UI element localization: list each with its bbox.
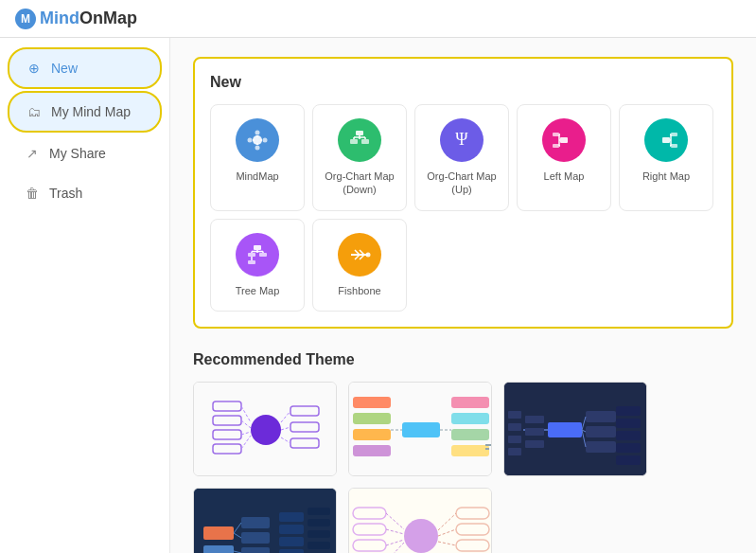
svg-rect-17 bbox=[560, 137, 568, 143]
new-section-title: New bbox=[210, 74, 716, 91]
sidebar-item-trash-label: Trash bbox=[49, 186, 82, 201]
svg-rect-24 bbox=[662, 137, 670, 143]
map-item-org-up[interactable]: Ψ Org-Chart Map (Up) bbox=[414, 104, 509, 211]
svg-rect-70 bbox=[451, 429, 489, 440]
fishbone-icon bbox=[338, 233, 381, 276]
svg-rect-102 bbox=[241, 547, 270, 553]
logo-icon: M bbox=[15, 9, 36, 29]
org-down-label: Org-Chart Map(Down) bbox=[325, 169, 394, 197]
svg-rect-63 bbox=[402, 422, 440, 437]
svg-point-4 bbox=[263, 138, 268, 143]
left-map-icon bbox=[542, 118, 586, 162]
sidebar: ⊕ New 🗂 My Mind Map ↗ My Share 🗑 Trash bbox=[0, 38, 170, 553]
svg-rect-100 bbox=[241, 517, 270, 528]
svg-point-3 bbox=[248, 138, 253, 143]
svg-rect-81 bbox=[616, 406, 641, 416]
svg-rect-65 bbox=[353, 413, 391, 424]
svg-rect-19 bbox=[553, 144, 559, 148]
new-section: New bbox=[193, 57, 733, 329]
app-layout: ⊕ New 🗂 My Mind Map ↗ My Share 🗑 Trash N… bbox=[0, 38, 756, 553]
svg-rect-106 bbox=[279, 549, 304, 553]
sidebar-item-trash[interactable]: 🗑 Trash bbox=[8, 174, 162, 212]
svg-rect-69 bbox=[451, 413, 489, 424]
right-map-icon bbox=[644, 118, 688, 162]
svg-rect-32 bbox=[248, 253, 255, 257]
svg-rect-95 bbox=[525, 428, 544, 436]
svg-rect-94 bbox=[525, 416, 544, 423]
svg-point-45 bbox=[366, 252, 371, 257]
org-down-icon bbox=[338, 118, 381, 162]
svg-rect-98 bbox=[203, 526, 234, 540]
svg-rect-91 bbox=[508, 423, 521, 431]
svg-rect-31 bbox=[254, 245, 261, 250]
logo[interactable]: M MindOnMap bbox=[15, 9, 137, 29]
theme-item-2[interactable] bbox=[348, 382, 492, 476]
sidebar-item-my-share-label: My Share bbox=[49, 146, 106, 161]
theme-grid bbox=[193, 382, 733, 553]
svg-point-117 bbox=[404, 519, 438, 553]
svg-rect-103 bbox=[279, 512, 304, 522]
map-item-mindmap[interactable]: MindMap bbox=[210, 104, 305, 211]
svg-rect-78 bbox=[586, 411, 616, 422]
svg-rect-99 bbox=[203, 545, 234, 553]
logo-text: MindOnMap bbox=[40, 9, 137, 28]
svg-rect-25 bbox=[671, 133, 677, 136]
svg-rect-107 bbox=[308, 508, 330, 515]
svg-rect-9 bbox=[356, 131, 363, 135]
svg-rect-101 bbox=[241, 532, 270, 544]
svg-rect-26 bbox=[671, 144, 677, 148]
org-up-icon: Ψ bbox=[440, 118, 483, 162]
sidebar-item-my-share[interactable]: ↗ My Share bbox=[8, 134, 162, 172]
theme-item-1[interactable] bbox=[193, 382, 337, 476]
svg-rect-64 bbox=[353, 397, 391, 408]
svg-rect-10 bbox=[350, 139, 358, 144]
svg-rect-83 bbox=[616, 431, 641, 440]
svg-rect-82 bbox=[616, 419, 641, 428]
svg-rect-18 bbox=[553, 133, 559, 136]
map-grid: MindMap Org-Chart bbox=[210, 104, 716, 312]
sidebar-item-new[interactable]: ⊕ New bbox=[8, 47, 162, 89]
svg-rect-34 bbox=[248, 260, 255, 264]
theme-item-4[interactable] bbox=[193, 488, 337, 553]
recommended-title: Recommended Theme bbox=[193, 351, 733, 368]
svg-rect-33 bbox=[259, 253, 267, 257]
theme-item-5[interactable] bbox=[348, 488, 492, 553]
svg-point-47 bbox=[251, 415, 281, 445]
share-icon: ↗ bbox=[23, 144, 42, 163]
svg-rect-66 bbox=[353, 429, 391, 440]
svg-rect-90 bbox=[508, 411, 521, 419]
folder-icon: 🗂 bbox=[25, 102, 44, 121]
svg-rect-84 bbox=[616, 443, 641, 453]
map-item-fishbone[interactable]: Fishbone bbox=[312, 219, 407, 312]
sidebar-item-my-mind-map[interactable]: 🗂 My Mind Map bbox=[8, 91, 162, 133]
fishbone-label: Fishbone bbox=[338, 284, 380, 297]
sidebar-item-my-mind-map-label: My Mind Map bbox=[51, 104, 131, 119]
svg-point-1 bbox=[255, 131, 260, 135]
svg-rect-79 bbox=[586, 426, 616, 437]
svg-rect-105 bbox=[279, 537, 304, 546]
recommended-theme-section: Recommended Theme bbox=[193, 351, 733, 553]
svg-text:Ψ: Ψ bbox=[455, 130, 468, 149]
left-map-label: Left Map bbox=[544, 169, 585, 183]
svg-point-2 bbox=[255, 146, 260, 151]
svg-rect-110 bbox=[308, 542, 330, 549]
svg-rect-67 bbox=[353, 445, 391, 456]
tree-map-label: Tree Map bbox=[236, 284, 280, 297]
svg-rect-77 bbox=[548, 422, 582, 437]
map-item-right[interactable]: Right Map bbox=[619, 104, 713, 211]
trash-icon: 🗑 bbox=[23, 184, 42, 203]
theme-item-3[interactable] bbox=[503, 382, 647, 476]
right-map-label: Right Map bbox=[642, 169, 690, 183]
map-item-left[interactable]: Left Map bbox=[517, 104, 611, 211]
svg-rect-80 bbox=[586, 441, 616, 453]
map-item-org-down[interactable]: Org-Chart Map(Down) bbox=[312, 104, 407, 211]
sidebar-item-new-label: New bbox=[51, 61, 78, 76]
svg-rect-71 bbox=[451, 445, 489, 456]
mindmap-icon bbox=[236, 118, 279, 162]
svg-rect-11 bbox=[361, 139, 369, 144]
svg-rect-96 bbox=[525, 440, 544, 448]
svg-rect-93 bbox=[508, 448, 521, 455]
svg-rect-85 bbox=[616, 455, 641, 465]
map-item-tree[interactable]: Tree Map bbox=[210, 219, 305, 312]
tree-map-icon bbox=[236, 233, 279, 276]
